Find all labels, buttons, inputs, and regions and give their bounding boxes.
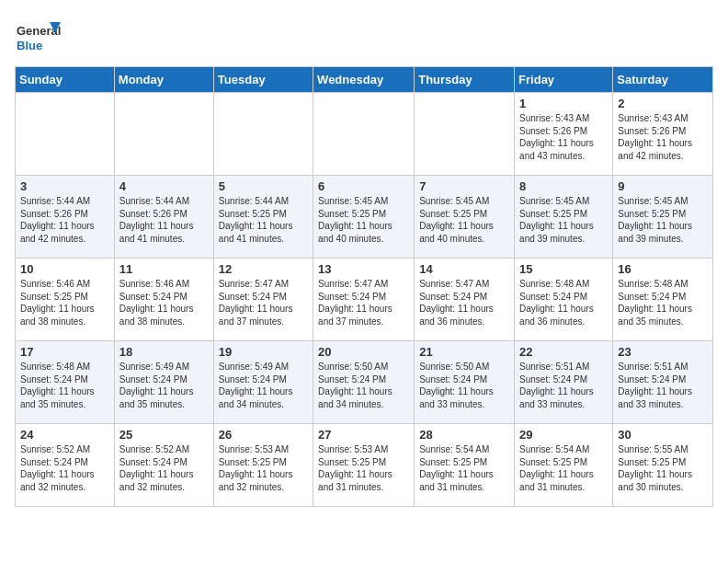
calendar-cell: 2Sunrise: 5:43 AMSunset: 5:26 PMDaylight… [613, 93, 713, 176]
calendar-week-row: 17Sunrise: 5:48 AMSunset: 5:24 PMDayligh… [16, 341, 713, 424]
weekday-header: Friday [515, 67, 613, 93]
day-info: Sunrise: 5:45 AMSunset: 5:25 PMDaylight:… [519, 195, 608, 245]
day-number: 28 [419, 428, 509, 442]
day-info: Sunrise: 5:53 AMSunset: 5:25 PMDaylight:… [219, 443, 308, 493]
calendar-cell [313, 93, 415, 176]
calendar-cell: 13Sunrise: 5:47 AMSunset: 5:24 PMDayligh… [313, 259, 415, 341]
calendar-cell [16, 93, 115, 176]
calendar-cell [114, 93, 213, 176]
day-number: 5 [219, 179, 308, 193]
calendar-week-row: 1Sunrise: 5:43 AMSunset: 5:26 PMDaylight… [16, 93, 713, 176]
calendar-cell: 12Sunrise: 5:47 AMSunset: 5:24 PMDayligh… [213, 259, 313, 341]
day-number: 24 [20, 428, 109, 442]
calendar-cell: 21Sunrise: 5:50 AMSunset: 5:24 PMDayligh… [415, 341, 515, 424]
day-number: 25 [119, 428, 209, 442]
weekday-header: Tuesday [213, 67, 313, 93]
day-info: Sunrise: 5:54 AMSunset: 5:25 PMDaylight:… [519, 443, 608, 493]
day-info: Sunrise: 5:44 AMSunset: 5:26 PMDaylight:… [20, 195, 109, 245]
day-number: 29 [519, 428, 608, 442]
calendar-cell: 9Sunrise: 5:45 AMSunset: 5:25 PMDaylight… [613, 176, 713, 259]
day-number: 11 [119, 262, 209, 276]
day-number: 17 [20, 345, 109, 359]
calendar-cell: 5Sunrise: 5:44 AMSunset: 5:25 PMDaylight… [213, 176, 313, 259]
calendar-cell: 26Sunrise: 5:53 AMSunset: 5:25 PMDayligh… [213, 424, 313, 507]
calendar-cell: 25Sunrise: 5:52 AMSunset: 5:24 PMDayligh… [114, 424, 213, 507]
day-number: 30 [618, 428, 708, 442]
day-number: 27 [318, 428, 409, 442]
calendar-cell: 19Sunrise: 5:49 AMSunset: 5:24 PMDayligh… [213, 341, 313, 424]
calendar-cell: 4Sunrise: 5:44 AMSunset: 5:26 PMDaylight… [114, 176, 213, 259]
day-number: 6 [318, 179, 409, 193]
day-info: Sunrise: 5:44 AMSunset: 5:26 PMDaylight:… [119, 195, 209, 245]
calendar-cell: 17Sunrise: 5:48 AMSunset: 5:24 PMDayligh… [16, 341, 115, 424]
day-number: 9 [618, 179, 708, 193]
calendar-week-row: 24Sunrise: 5:52 AMSunset: 5:24 PMDayligh… [16, 424, 713, 507]
day-number: 15 [519, 262, 608, 276]
logo: General Blue [15, 15, 61, 61]
day-info: Sunrise: 5:46 AMSunset: 5:24 PMDaylight:… [119, 278, 209, 327]
weekday-header: Thursday [415, 67, 515, 93]
weekday-header: Wednesday [313, 67, 415, 93]
weekday-header: Monday [114, 67, 213, 93]
day-info: Sunrise: 5:45 AMSunset: 5:25 PMDaylight:… [618, 195, 708, 245]
day-number: 2 [618, 97, 708, 110]
day-info: Sunrise: 5:51 AMSunset: 5:24 PMDaylight:… [618, 361, 708, 410]
calendar-cell: 3Sunrise: 5:44 AMSunset: 5:26 PMDaylight… [16, 176, 115, 259]
calendar-header-row: SundayMondayTuesdayWednesdayThursdayFrid… [16, 67, 713, 93]
day-info: Sunrise: 5:54 AMSunset: 5:25 PMDaylight:… [419, 443, 509, 493]
day-info: Sunrise: 5:46 AMSunset: 5:25 PMDaylight:… [20, 278, 109, 327]
calendar-cell: 10Sunrise: 5:46 AMSunset: 5:25 PMDayligh… [16, 259, 115, 341]
day-number: 8 [519, 179, 608, 193]
day-number: 3 [20, 179, 109, 193]
day-info: Sunrise: 5:43 AMSunset: 5:26 PMDaylight:… [519, 112, 608, 162]
calendar-cell: 30Sunrise: 5:55 AMSunset: 5:25 PMDayligh… [613, 424, 713, 507]
calendar-table: SundayMondayTuesdayWednesdayThursdayFrid… [15, 66, 713, 507]
calendar-cell: 8Sunrise: 5:45 AMSunset: 5:25 PMDaylight… [515, 176, 613, 259]
day-info: Sunrise: 5:47 AMSunset: 5:24 PMDaylight:… [419, 278, 509, 327]
day-info: Sunrise: 5:49 AMSunset: 5:24 PMDaylight:… [119, 361, 209, 410]
day-info: Sunrise: 5:48 AMSunset: 5:24 PMDaylight:… [519, 278, 608, 327]
day-number: 1 [519, 97, 608, 110]
day-number: 10 [20, 262, 109, 276]
day-number: 7 [419, 179, 509, 193]
calendar-cell: 28Sunrise: 5:54 AMSunset: 5:25 PMDayligh… [415, 424, 515, 507]
day-number: 14 [419, 262, 509, 276]
day-info: Sunrise: 5:45 AMSunset: 5:25 PMDaylight:… [318, 195, 409, 245]
day-number: 22 [519, 345, 608, 359]
calendar-cell: 18Sunrise: 5:49 AMSunset: 5:24 PMDayligh… [114, 341, 213, 424]
calendar-cell: 11Sunrise: 5:46 AMSunset: 5:24 PMDayligh… [114, 259, 213, 341]
day-info: Sunrise: 5:55 AMSunset: 5:25 PMDaylight:… [618, 443, 708, 493]
calendar-week-row: 10Sunrise: 5:46 AMSunset: 5:25 PMDayligh… [16, 259, 713, 341]
calendar-cell: 29Sunrise: 5:54 AMSunset: 5:25 PMDayligh… [515, 424, 613, 507]
day-info: Sunrise: 5:49 AMSunset: 5:24 PMDaylight:… [219, 361, 308, 410]
day-number: 20 [318, 345, 409, 359]
day-info: Sunrise: 5:44 AMSunset: 5:25 PMDaylight:… [219, 195, 308, 245]
day-info: Sunrise: 5:51 AMSunset: 5:24 PMDaylight:… [519, 361, 608, 410]
calendar-cell: 27Sunrise: 5:53 AMSunset: 5:25 PMDayligh… [313, 424, 415, 507]
page-header: General Blue [15, 15, 713, 61]
day-info: Sunrise: 5:48 AMSunset: 5:24 PMDaylight:… [618, 278, 708, 327]
day-number: 18 [119, 345, 209, 359]
day-number: 23 [618, 345, 708, 359]
day-info: Sunrise: 5:52 AMSunset: 5:24 PMDaylight:… [20, 443, 109, 493]
day-info: Sunrise: 5:43 AMSunset: 5:26 PMDaylight:… [618, 112, 708, 162]
calendar-cell [213, 93, 313, 176]
calendar-week-row: 3Sunrise: 5:44 AMSunset: 5:26 PMDaylight… [16, 176, 713, 259]
day-number: 26 [219, 428, 308, 442]
day-info: Sunrise: 5:47 AMSunset: 5:24 PMDaylight:… [219, 278, 308, 327]
calendar-cell: 23Sunrise: 5:51 AMSunset: 5:24 PMDayligh… [613, 341, 713, 424]
calendar-cell: 14Sunrise: 5:47 AMSunset: 5:24 PMDayligh… [415, 259, 515, 341]
day-number: 13 [318, 262, 409, 276]
weekday-header: Saturday [613, 67, 713, 93]
weekday-header: Sunday [16, 67, 115, 93]
calendar-cell: 7Sunrise: 5:45 AMSunset: 5:25 PMDaylight… [415, 176, 515, 259]
day-number: 12 [219, 262, 308, 276]
calendar-cell: 22Sunrise: 5:51 AMSunset: 5:24 PMDayligh… [515, 341, 613, 424]
calendar-cell: 16Sunrise: 5:48 AMSunset: 5:24 PMDayligh… [613, 259, 713, 341]
calendar-cell: 24Sunrise: 5:52 AMSunset: 5:24 PMDayligh… [16, 424, 115, 507]
day-info: Sunrise: 5:53 AMSunset: 5:25 PMDaylight:… [318, 443, 409, 493]
day-info: Sunrise: 5:48 AMSunset: 5:24 PMDaylight:… [20, 361, 109, 410]
day-number: 19 [219, 345, 308, 359]
day-info: Sunrise: 5:45 AMSunset: 5:25 PMDaylight:… [419, 195, 509, 245]
day-number: 21 [419, 345, 509, 359]
